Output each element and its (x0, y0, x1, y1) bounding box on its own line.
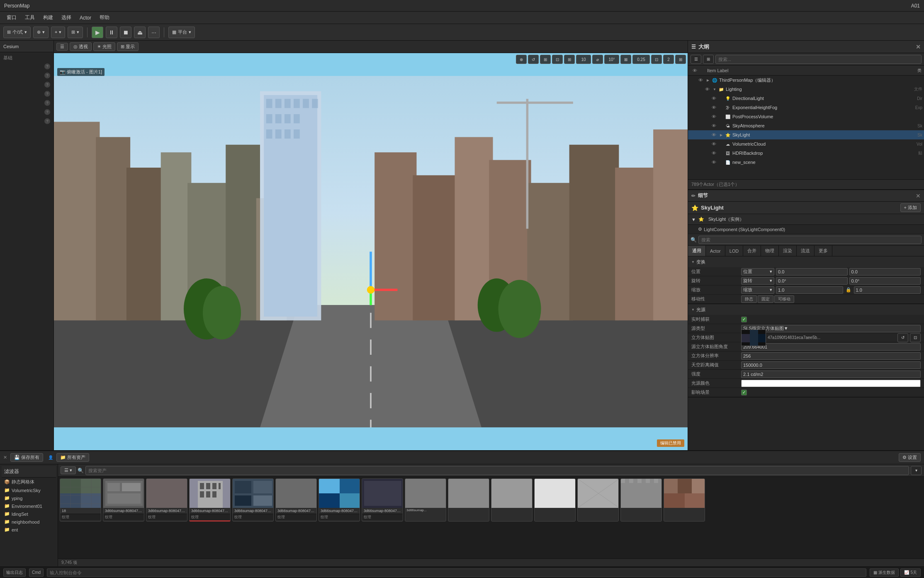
gizmo-rotate-button[interactable]: ↺ (528, 55, 539, 64)
output-log-button[interactable]: 输出日志 (3, 568, 26, 577)
asset-item-r2-2[interactable] (448, 478, 489, 522)
tree-item-hdri[interactable]: 👁 🖼 HDRIBackdrop 贴 (688, 149, 924, 158)
tree-item-skyatmosphere[interactable]: 👁 🌤 SkyAtmosphere Sk (688, 121, 924, 130)
menu-actor[interactable]: Actor (76, 14, 95, 22)
realtime-capture-checkbox[interactable]: ✓ (741, 317, 747, 322)
scale-lock-icon[interactable]: 🔒 (845, 286, 852, 294)
detail-tab-more[interactable]: 更多 (815, 246, 832, 256)
asset-item-18[interactable]: 18 纹理 (60, 478, 101, 522)
cubemap-angle-input[interactable] (741, 343, 921, 351)
eye-icon-newscene[interactable]: 👁 (710, 158, 718, 166)
affect-scene-checkbox[interactable]: ✓ (741, 390, 747, 395)
tree-item-ppvolume[interactable]: 👁 ⬜ PostProcessVolume (688, 112, 924, 121)
expand-newscene[interactable] (718, 159, 725, 166)
menu-select[interactable]: 选择 (58, 13, 75, 22)
view-lighting-button[interactable]: ☀ 光照 (93, 42, 115, 51)
cubemap-browse-button[interactable]: ⊡ (910, 333, 921, 342)
folder-item-env[interactable]: 📁 Environment01 (2, 502, 56, 510)
help-icon-5[interactable]: ? (44, 100, 50, 106)
eye-icon-fog[interactable]: 👁 (710, 103, 718, 112)
asset-item-3[interactable]: 3d66sumap-8080471-f-2 纹理 (146, 478, 187, 522)
angle-value-button[interactable]: 10° (604, 55, 619, 64)
coretool-button[interactable]: ⌖ ▾ (51, 27, 65, 38)
snap-button[interactable]: ⊞ ▾ (68, 27, 83, 38)
position-y-input[interactable] (849, 268, 921, 276)
detail-component-item[interactable]: ⚙ LightComponent (SkyLightComponent0) (688, 225, 924, 234)
tree-item-newscene[interactable]: 👁 📄 new_scene (688, 158, 924, 167)
scale-dropdown[interactable]: 缩放▾ (741, 286, 774, 294)
expand-root[interactable]: ▶ (705, 77, 711, 83)
eye-icon-skylight[interactable]: 👁 (710, 131, 718, 139)
asset-item-r2-5[interactable] (577, 478, 619, 522)
outline-options-button[interactable]: ⊞ (703, 55, 714, 64)
eye-icon-dirlight[interactable]: 👁 (710, 94, 718, 102)
asset-item-7[interactable]: 3d66sumap-8080471-f-6 纹理 (319, 478, 360, 522)
detail-tab-actor[interactable]: Actor (706, 246, 725, 256)
all-assets-button[interactable]: 📁 所有资产 (56, 453, 89, 462)
help-icon-3[interactable]: ? (44, 82, 50, 88)
mode-button[interactable]: ⊞ 个/式 ▾ (3, 27, 31, 38)
tree-item-volcloud[interactable]: 👁 ☁ VolumetricCloud Vol (688, 139, 924, 149)
detail-search-input[interactable] (698, 236, 922, 244)
detail-tab-lod[interactable]: LOD (725, 246, 744, 256)
scale-snap-button[interactable]: ⊠ (620, 55, 631, 64)
expand-hdri[interactable] (718, 150, 725, 156)
folder-item-volumetric[interactable]: 📁 VolumetricSky (2, 486, 56, 494)
expand-lighting[interactable]: ▼ (711, 86, 718, 93)
expand-volcloud[interactable] (718, 141, 725, 147)
intensity-input[interactable] (741, 371, 921, 378)
eject-button[interactable]: ⏏ (134, 27, 146, 38)
eye-icon-ppvolume[interactable]: 👁 (710, 112, 718, 121)
menu-build[interactable]: 构建 (40, 13, 56, 22)
settings-button[interactable]: ⚙ 设置 (899, 453, 921, 462)
camera-button[interactable]: ⊡ (651, 55, 662, 64)
stop-button[interactable]: ⏹ (120, 27, 131, 38)
grid-button[interactable]: ⊞ (564, 55, 575, 64)
help-icon-7[interactable]: ? (44, 118, 50, 124)
gizmo-translate-button[interactable]: ⊕ (516, 55, 527, 64)
gizmo-mode-button[interactable]: ⊡ (552, 55, 563, 64)
tree-item-fog[interactable]: 👁 🌫 ExponentialHeightFog Exp (688, 103, 924, 112)
rotation-x-input[interactable] (776, 277, 848, 285)
static-mobility-button[interactable]: 静态 (741, 295, 757, 303)
detail-add-button[interactable]: + 添加 (900, 203, 921, 212)
asset-item-r2-3[interactable] (491, 478, 533, 522)
play-button[interactable]: ▶ (92, 27, 103, 38)
scale-button[interactable]: 📈 5天 (900, 568, 921, 577)
scale-x-input[interactable] (776, 286, 843, 294)
expand-skylight[interactable]: ▶ (718, 132, 725, 138)
folder-item-ding[interactable]: 📁 ldingSet (2, 510, 56, 518)
view-show-button[interactable]: ⊞ 显示 (117, 42, 139, 51)
rotation-y-input[interactable] (849, 277, 921, 285)
eye-icon-hdri[interactable]: 👁 (710, 149, 718, 157)
save-all-button[interactable]: 💾 保存所有 (10, 453, 43, 462)
fixed-mobility-button[interactable]: 固定 (758, 295, 773, 303)
asset-item-5[interactable]: 3d66sumap-8080471-f-4 纹理 (232, 478, 274, 522)
movable-mobility-button[interactable]: 可移动 (774, 295, 794, 303)
position-x-input[interactable] (776, 268, 848, 276)
grid-value-button[interactable]: 10 (576, 55, 591, 64)
tree-item-root[interactable]: 👁 ▶ 🌐 ThirdPersonMap（编辑器） (688, 76, 924, 85)
asset-item-2[interactable]: 3d66sumap-8080471-f-1 纹理 (103, 478, 144, 522)
detail-tab-render[interactable]: 渲染 (779, 246, 797, 256)
asset-item-r2-6[interactable] (620, 478, 662, 522)
folder-item-neighborhood[interactable]: 📁 neighborhood (2, 518, 56, 526)
outline-filter-button[interactable]: ☰ (691, 55, 701, 64)
menu-window[interactable]: 窗口 (3, 13, 20, 22)
tree-item-skylight[interactable]: 👁 ▶ ⭐ SkyLight Sk (688, 130, 924, 139)
detail-actor-instance[interactable]: ▼ ⭐ SkyLight（实例） (688, 214, 924, 225)
pause-button[interactable]: ⏸ (106, 27, 117, 38)
more-toolbar-button[interactable]: ··· (148, 27, 160, 38)
light-color-swatch[interactable] (741, 380, 921, 387)
menu-help[interactable]: 帮助 (96, 13, 113, 22)
console-command-input[interactable] (47, 568, 866, 577)
detail-tab-physics[interactable]: 物理 (761, 246, 779, 256)
angle-snap-button[interactable]: ⌀ (592, 55, 603, 64)
asset-item-r2-1[interactable]: 3d66sumap... (405, 478, 446, 522)
asset-item-6[interactable]: 3d66sumap-8080471-f-5 纹理 (275, 478, 317, 522)
asset-search-input[interactable] (85, 466, 909, 475)
help-icon-4[interactable]: ? (44, 91, 50, 97)
asset-item-r2-7[interactable] (664, 478, 705, 522)
asset-search-options-button[interactable]: ▾ (911, 466, 922, 475)
expand-sky[interactable] (718, 122, 725, 129)
